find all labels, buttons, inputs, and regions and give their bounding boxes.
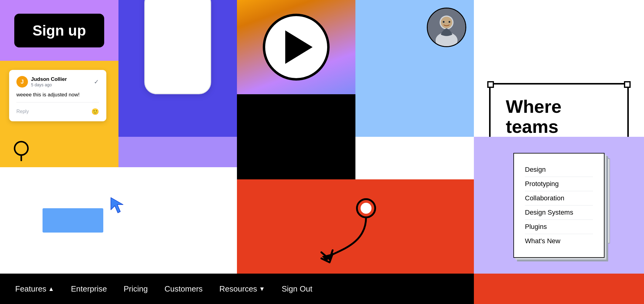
handle-tl	[487, 81, 494, 88]
nav-features[interactable]: Features ▲	[15, 284, 54, 294]
svg-point-5	[449, 21, 450, 23]
signup-button[interactable]: Sign up	[14, 14, 104, 47]
comment-card: J Judson Collier 5 days ago ✓ weeee this…	[9, 70, 106, 121]
nav-customers-label: Customers	[164, 284, 203, 294]
avatar-svg	[428, 8, 465, 47]
comment-username: Judson Collier	[31, 76, 67, 82]
nav-signout-label: Sign Out	[282, 284, 312, 294]
nav-enterprise[interactable]: Enterprise	[71, 284, 107, 294]
features-cards-stack: Design Prototyping Collaboration Design …	[513, 153, 605, 258]
nav-pricing-label: Pricing	[124, 284, 148, 294]
play-circle[interactable]	[263, 14, 330, 81]
white-mid-cell	[355, 137, 474, 179]
handle-tr	[624, 81, 631, 88]
feature-item-design-systems[interactable]: Design Systems	[525, 206, 593, 220]
nav-pricing[interactable]: Pricing	[124, 284, 148, 294]
feature-item-prototyping[interactable]: Prototyping	[525, 177, 593, 191]
svg-point-3	[441, 17, 452, 28]
comment-text: weeee this is adjusted now!	[16, 92, 99, 102]
feature-item-whats-new[interactable]: What's New	[525, 234, 593, 248]
comment-cell: J Judson Collier 5 days ago ✓ weeee this…	[0, 61, 118, 137]
reply-label[interactable]: Reply	[16, 109, 29, 114]
play-icon	[285, 30, 313, 64]
avatar	[427, 8, 466, 47]
play-cell	[237, 0, 355, 94]
bezier-curve-svg	[313, 184, 398, 269]
feature-item-collaboration[interactable]: Collaboration	[525, 191, 593, 206]
blue-rectangle	[43, 208, 103, 233]
nav-resources[interactable]: Resources ▼	[219, 284, 265, 294]
comment-footer: Reply 🙂	[16, 108, 99, 115]
cursor-arrow-icon	[109, 196, 128, 214]
emoji-icon[interactable]: 🙂	[91, 108, 99, 115]
cursor-cell	[0, 167, 237, 274]
phone-cell	[118, 0, 237, 137]
avatar-cell	[355, 0, 474, 61]
nav-features-arrow: ▲	[48, 285, 54, 292]
nav-customers[interactable]: Customers	[164, 284, 203, 294]
nav-resources-arrow: ▼	[259, 285, 265, 292]
comment-header: J Judson Collier 5 days ago ✓	[16, 76, 99, 88]
comment-avatar: J	[16, 76, 28, 88]
signup-cell: Sign up	[0, 0, 118, 61]
nav-bar: Features ▲ Enterprise Pricing Customers …	[0, 274, 474, 304]
features-list-outer-cell: Design Prototyping Collaboration Design …	[474, 137, 644, 274]
orange-cell	[237, 179, 474, 274]
nav-signout[interactable]: Sign Out	[282, 284, 312, 294]
black-middle-cell	[237, 94, 355, 137]
pin-icon	[12, 140, 30, 161]
pin-cell	[0, 137, 118, 167]
phone-mockup	[144, 0, 211, 94]
features-card-front: Design Prototyping Collaboration Design …	[513, 153, 605, 258]
svg-point-10	[361, 203, 372, 214]
nav-enterprise-label: Enterprise	[71, 284, 107, 294]
feature-item-design[interactable]: Design	[525, 163, 593, 177]
check-icon: ✓	[94, 78, 99, 85]
nav-features-label: Features	[15, 284, 46, 294]
avatar-bottom-cell	[355, 61, 474, 137]
svg-point-4	[443, 21, 445, 23]
cursor-container	[43, 190, 194, 251]
nav-resources-label: Resources	[219, 284, 257, 294]
nav-orange-cell	[474, 274, 644, 304]
feature-item-plugins[interactable]: Plugins	[525, 220, 593, 234]
svg-marker-8	[111, 198, 123, 213]
svg-point-6	[15, 142, 28, 155]
comment-time: 5 days ago	[31, 82, 67, 87]
